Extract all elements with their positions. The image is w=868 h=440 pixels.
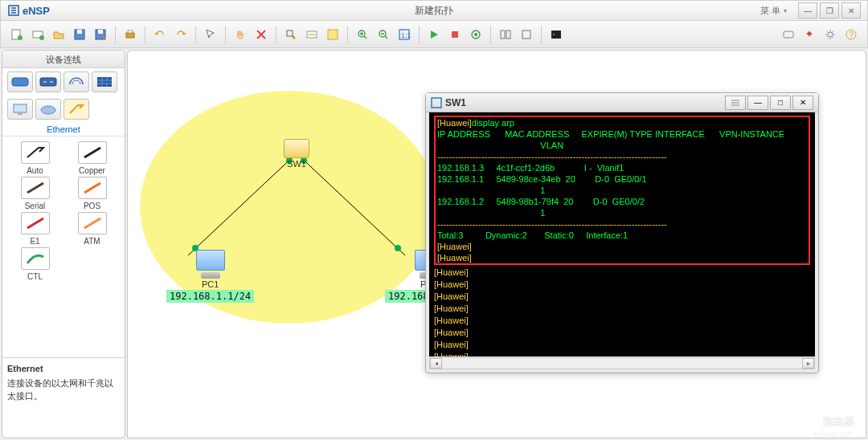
console-icon	[431, 97, 442, 108]
redo-button[interactable]	[171, 25, 190, 44]
link-e1[interactable]: E1	[10, 212, 59, 246]
console-close-button[interactable]: ✕	[792, 96, 813, 110]
link-atm[interactable]: ATM	[68, 212, 117, 246]
maximize-button[interactable]: ❐	[820, 2, 839, 18]
scroll-right-button[interactable]: ▸	[802, 358, 814, 369]
console-options-button[interactable]	[725, 96, 746, 110]
panel-header: 设备连线	[2, 51, 125, 68]
capture-button[interactable]	[466, 25, 485, 44]
svg-rect-10	[287, 31, 293, 36]
app-logo: eNSP	[7, 4, 50, 17]
minimize-button[interactable]: —	[798, 2, 817, 18]
svg-rect-31	[14, 104, 27, 112]
undo-button[interactable]	[150, 25, 170, 44]
desc-title: Ethernet	[7, 363, 120, 375]
start-button[interactable]	[424, 25, 444, 44]
message-button[interactable]	[779, 25, 798, 44]
svg-rect-23	[551, 31, 561, 39]
console-window[interactable]: SW1 — □ ✕ [Huawei]display arp IP ADDRESS…	[425, 92, 819, 373]
svg-rect-8	[126, 33, 134, 38]
ip-label: 192.168.1.1/24	[166, 290, 254, 303]
watermark-icon	[802, 412, 820, 430]
svg-rect-28	[12, 78, 28, 86]
node-pc1[interactable]: PC1 192.168.1.1/24	[166, 250, 254, 303]
menu-button[interactable]: 菜 单	[751, 2, 796, 20]
palette-button[interactable]	[323, 25, 342, 44]
svg-rect-42	[808, 422, 814, 426]
link-serial[interactable]: Serial	[10, 177, 59, 210]
close-button[interactable]: ✕	[841, 2, 861, 18]
new-device-button[interactable]	[28, 25, 47, 44]
link-category[interactable]	[63, 99, 89, 120]
svg-point-25	[828, 32, 833, 37]
device-category-row-2	[2, 96, 125, 123]
save-as-button[interactable]	[91, 25, 110, 44]
node-sw1[interactable]: SW1	[284, 139, 309, 169]
wlan-category[interactable]	[63, 71, 89, 92]
switch-icon	[284, 139, 309, 158]
watermark-sub: iuyouqi.com	[814, 430, 853, 438]
device-category-row-1	[2, 68, 125, 96]
svg-rect-21	[506, 31, 510, 39]
pc-category[interactable]	[7, 99, 33, 120]
logo-icon	[7, 4, 20, 17]
huawei-button[interactable]	[800, 25, 819, 44]
pan-button[interactable]	[231, 25, 250, 44]
zoom-out-button[interactable]	[374, 25, 393, 44]
link-label: POS	[84, 202, 100, 210]
layout-button[interactable]	[496, 25, 515, 44]
svg-rect-22	[522, 31, 530, 39]
open-button[interactable]	[49, 25, 68, 44]
link-auto[interactable]: Auto	[10, 141, 59, 175]
link-label: Copper	[79, 166, 105, 175]
stop-button[interactable]	[445, 25, 465, 44]
zoom-fit-button[interactable]: 1:1	[395, 25, 414, 44]
link-copper[interactable]: Copper	[68, 141, 117, 175]
topology-canvas[interactable]: SW1 PC1 192.168.1.1/24 PC2 192.168.1.2/2…	[127, 50, 866, 438]
link-label: Serial	[25, 202, 46, 210]
save-button[interactable]	[70, 25, 89, 44]
svg-point-19	[474, 33, 477, 36]
window-title: 新建拓扑	[415, 4, 453, 18]
watermark: 路由器	[802, 412, 854, 430]
help-button[interactable]: ?	[841, 25, 861, 44]
svg-rect-32	[18, 113, 23, 115]
settings-button[interactable]	[821, 25, 840, 44]
console-titlebar[interactable]: SW1 — □ ✕	[426, 93, 818, 112]
select-button[interactable]	[201, 25, 220, 44]
main-toolbar: 1:1 ?	[0, 21, 868, 48]
svg-rect-7	[98, 30, 103, 34]
console-maximize-button[interactable]: □	[770, 96, 791, 110]
link-ctl[interactable]: CTL	[10, 247, 59, 281]
terminal-button[interactable]	[547, 25, 566, 44]
svg-text:?: ?	[850, 31, 854, 39]
description-box: Ethernet 连接设备的以太网和千兆以太接口。	[2, 357, 125, 438]
new-button[interactable]	[7, 25, 27, 44]
device-panel: 设备连线 Ethernet Auto Copper Serial POS	[2, 50, 125, 438]
delete-button[interactable]	[252, 25, 271, 44]
console-minimize-button[interactable]: —	[747, 96, 768, 110]
print-button[interactable]	[121, 25, 140, 44]
h-scrollbar[interactable]: ◂ ▸	[429, 357, 815, 369]
zoom-in-button[interactable]	[353, 25, 372, 44]
terminal-output[interactable]: [Huawei]display arp IP ADDRESS MAC ADDRE…	[429, 112, 815, 356]
zoom-button[interactable]	[281, 25, 301, 44]
router-category[interactable]	[7, 71, 33, 92]
node-label: PC1	[199, 279, 221, 290]
text-button[interactable]	[302, 25, 321, 44]
cloud-category[interactable]	[35, 99, 61, 120]
node-label: SW1	[285, 158, 309, 169]
link-label: CTL	[27, 272, 43, 281]
link-grid: Auto Copper Serial POS E1 ATM CTL	[2, 136, 125, 286]
link-pos[interactable]: POS	[68, 177, 117, 210]
svg-rect-40	[432, 98, 441, 108]
svg-text:1:1: 1:1	[401, 31, 411, 39]
firewall-category[interactable]	[92, 71, 117, 92]
svg-point-3	[39, 35, 44, 40]
scroll-left-button[interactable]: ◂	[430, 358, 442, 369]
svg-rect-12	[328, 30, 338, 39]
switch-category[interactable]	[35, 71, 61, 92]
window-button[interactable]	[517, 25, 536, 44]
svg-point-1	[18, 35, 23, 40]
title-bar: eNSP 新建拓扑 菜 单 — ❐ ✕	[0, 0, 868, 21]
